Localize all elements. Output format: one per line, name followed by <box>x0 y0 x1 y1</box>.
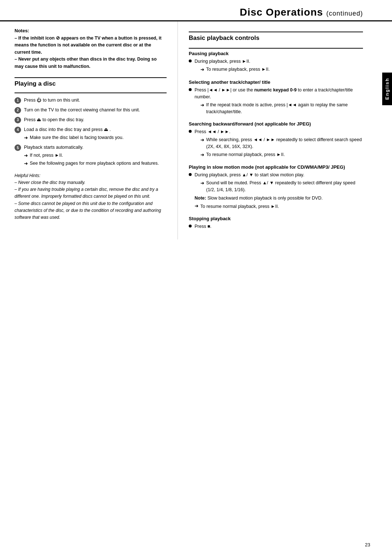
step-5-content: Playback starts automatically. ➜ If not,… <box>24 144 167 167</box>
notes-section: Notes: – If the inhibit icon appears on … <box>15 28 167 70</box>
helpful-hints: Helpful Hints: – Never close the disc tr… <box>15 172 167 221</box>
step-5-arrow-text-2: See the following pages for more playbac… <box>30 160 159 167</box>
arrow-icon-2: ➜ <box>24 152 28 159</box>
step-2: 2 Turn on the TV to the correct viewing … <box>15 107 167 114</box>
notes-text: – If the inhibit icon appears on the TV … <box>15 35 167 70</box>
searching-arrow-2: ➜ To resume normal playback, press ►II. <box>200 151 363 159</box>
arrow-icon-3: ➜ <box>24 160 28 167</box>
step-1: 1 Press to turn on this unit. <box>15 97 167 104</box>
step-3: 3 Press to open the disc tray. <box>15 116 167 123</box>
inhibit-icon <box>56 36 60 41</box>
step-5-arrow-2: ➜ See the following pages for more playb… <box>24 160 167 167</box>
step-5-arrow-text-1: If not, press ►II. <box>30 152 63 159</box>
language-tab: English <box>382 73 392 105</box>
slow-motion-arrow-text: Sound will be muted. Press ▲/ ▼ repeated… <box>206 180 363 193</box>
slow-motion-bullet: During playback, press ▲/ ▼ to start slo… <box>189 172 363 193</box>
eject-icon-2 <box>104 127 108 132</box>
step-2-content: Turn on the TV to the correct viewing ch… <box>24 107 167 114</box>
pausing-bullet: During playback, press ►II. ➜ To resume … <box>189 58 363 74</box>
title-main: Disc Operations <box>240 7 323 18</box>
page-header: Disc Operations (continued) <box>0 0 392 21</box>
selecting-arrow: ➜ If the repeat track mode is active, pr… <box>200 102 363 115</box>
divider-2 <box>15 93 167 93</box>
stopping-heading: Stopping playback <box>189 216 363 221</box>
selecting-section: Selecting another track/chapter/ title P… <box>189 79 363 115</box>
power-icon <box>37 98 41 103</box>
arrow-icon: ➜ <box>24 134 28 141</box>
pausing-heading: Pausing playback <box>189 51 363 56</box>
arrow-icon-sf2: ➜ <box>200 151 204 159</box>
bullet-dot-4 <box>189 173 192 176</box>
step-num-1: 1 <box>15 97 21 104</box>
eject-icon <box>37 117 41 122</box>
step-num-4: 4 <box>15 127 21 133</box>
step-4: 4 Load a disc into the disc tray and pre… <box>15 126 167 141</box>
step-num-2: 2 <box>15 107 21 114</box>
right-divider-top <box>189 32 363 32</box>
slow-motion-arrow: ➜ Sound will be muted. Press ▲/ ▼ repeat… <box>200 180 363 193</box>
hint-3: – Some discs cannot be played on this un… <box>15 201 161 220</box>
step-5-arrow-1: ➜ If not, press ►II. <box>24 152 167 159</box>
language-label: English <box>384 78 390 100</box>
step-4-arrow: ➜ Make sure the disc label is facing tow… <box>24 134 167 141</box>
title-continued: (continued) <box>326 10 363 17</box>
searching-arrow-text-1: While searching, press ◄◄ / ►► repeatedl… <box>206 136 363 150</box>
page-wrapper: Disc Operations (continued) English Note… <box>0 0 392 554</box>
slow-motion-section: Playing in slow motion mode (not applica… <box>189 164 363 210</box>
bullet-dot-1 <box>189 59 192 62</box>
slow-motion-heading: Playing in slow motion mode (not applica… <box>189 164 363 170</box>
bullet-dot-5 <box>189 225 192 227</box>
pausing-arrow-text: To resume playback, press ►II. <box>206 66 270 73</box>
slow-motion-text: During playback, press ▲/ ▼ to start slo… <box>195 172 363 193</box>
divider-1 <box>15 77 167 78</box>
bullet-dot-3 <box>189 130 192 133</box>
notes-title: Notes: <box>15 28 167 33</box>
right-column: Basic playback controls Pausing playback… <box>178 21 392 239</box>
arrow-icon-p: ➜ <box>200 66 204 73</box>
step-4-arrow-text: Make sure the disc label is facing towar… <box>30 134 123 141</box>
steps-list: 1 Press to turn on this unit. 2 Turn on … <box>15 97 167 167</box>
step-5: 5 Playback starts automatically. ➜ If no… <box>15 144 167 167</box>
left-column: Notes: – If the inhibit icon appears on … <box>0 21 178 239</box>
selecting-text: Press |◄◄ / ►►| or use the numeric keypa… <box>195 87 363 115</box>
hints-title: Helpful Hints: <box>15 173 40 178</box>
selecting-bullet: Press |◄◄ / ►►| or use the numeric keypa… <box>189 87 363 115</box>
slow-motion-resume-arrow: ➜ To resume normal playback, press ►II. <box>195 203 363 210</box>
basic-playback-heading: Basic playback controls <box>189 34 363 43</box>
arrow-icon-smr: ➜ <box>195 203 199 209</box>
bullet-dot-2 <box>189 88 192 91</box>
playing-disc-heading: Playing a disc <box>15 80 167 87</box>
arrow-icon-s: ➜ <box>200 102 204 109</box>
searching-bullet: Press ◄◄ / ►►. ➜ While searching, press … <box>189 128 363 159</box>
step-num-3: 3 <box>15 117 21 123</box>
pausing-arrow: ➜ To resume playback, press ►II. <box>200 66 363 73</box>
pausing-text: During playback, press ►II. ➜ To resume … <box>195 58 363 74</box>
arrow-icon-sm: ➜ <box>200 180 204 187</box>
step-num-5: 5 <box>15 144 21 151</box>
selecting-heading: Selecting another track/chapter/ title <box>189 79 363 85</box>
searching-text: Press ◄◄ / ►►. ➜ While searching, press … <box>195 128 363 159</box>
searching-heading: Searching backward/forward (not applicab… <box>189 121 363 127</box>
step-3-content: Press to open the disc tray. <box>24 116 167 123</box>
pausing-section: Pausing playback During playback, press … <box>189 51 363 74</box>
stopping-bullet: Press ■. <box>189 223 363 230</box>
page-title: Disc Operations (continued) <box>240 7 363 18</box>
selecting-arrow-text: If the repeat track mode is active, pres… <box>206 102 363 115</box>
hint-2: – If you are having trouble playing a ce… <box>15 187 158 199</box>
arrow-icon-sf1: ➜ <box>200 136 204 144</box>
stopping-section: Stopping playback Press ■. <box>189 216 363 230</box>
main-content: Notes: – If the inhibit icon appears on … <box>0 21 392 250</box>
slow-motion-resume-text: To resume normal playback, press ►II. <box>200 203 279 210</box>
slow-motion-note: Note: Slow backward motion playback is o… <box>195 195 363 202</box>
step-1-content: Press to turn on this unit. <box>24 97 167 104</box>
stopping-text: Press ■. <box>195 223 363 230</box>
page-number: 23 <box>365 542 370 547</box>
searching-section: Searching backward/forward (not applicab… <box>189 121 363 159</box>
step-4-content: Load a disc into the disc tray and press… <box>24 126 167 141</box>
hint-1: – Never close the disc tray manually. <box>15 180 85 185</box>
right-divider-bottom <box>189 48 363 49</box>
searching-arrow-text-2: To resume normal playback, press ►II. <box>206 151 285 158</box>
searching-arrow-1: ➜ While searching, press ◄◄ / ►► repeate… <box>200 136 363 150</box>
